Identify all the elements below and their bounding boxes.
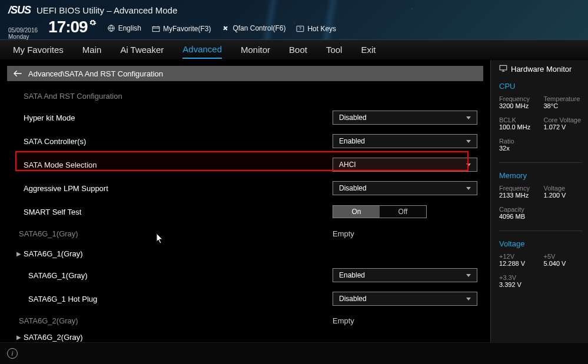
sata6g2-info-label: SATA6G_2(Gray) bbox=[19, 316, 333, 325]
sata6g1-info-label: SATA6G_1(Gray) bbox=[19, 229, 333, 238]
smart-off[interactable]: Off bbox=[380, 206, 426, 218]
v33-label: +3.3V bbox=[499, 274, 544, 281]
bclk-label: BCLK bbox=[499, 116, 544, 123]
cpu-temp-label: Temperature bbox=[544, 95, 589, 102]
satamode-dropdown[interactable]: AHCI bbox=[333, 158, 477, 172]
globe-icon bbox=[107, 24, 115, 32]
myfavorite-button[interactable]: MyFavorite(F3) bbox=[152, 25, 211, 33]
sata6g1-expand-label[interactable]: SATA6G_1(Gray) bbox=[24, 249, 483, 258]
bclk-value: 100.0 MHz bbox=[499, 123, 544, 131]
sata6g1-enable-dropdown[interactable]: Enabled bbox=[333, 268, 477, 282]
smart-on[interactable]: On bbox=[333, 206, 380, 218]
qfan-button[interactable]: Qfan Control(F6) bbox=[221, 24, 285, 32]
hardware-monitor-panel: Hardware Monitor CPU Frequency3200 MHz T… bbox=[491, 60, 588, 342]
smart-label: SMART Self Test bbox=[24, 208, 333, 216]
lpm-dropdown[interactable]: Disabled bbox=[333, 181, 477, 195]
sata6g2-info-value: Empty bbox=[333, 316, 477, 325]
corevolt-value: 1.072 V bbox=[544, 123, 589, 131]
sidebar-title: Hardware Monitor bbox=[511, 65, 572, 74]
cpu-section-title: CPU bbox=[499, 82, 588, 91]
date-text: 05/09/2016 bbox=[8, 27, 38, 34]
breadcrumb-text: Advanced\SATA And RST Configuration bbox=[28, 69, 163, 78]
controller-label: SATA Controller(s) bbox=[24, 137, 333, 146]
fan-icon bbox=[221, 24, 230, 32]
ratio-value: 32x bbox=[499, 145, 544, 152]
gear-icon[interactable] bbox=[89, 19, 97, 28]
expand-icon[interactable]: ▶ bbox=[16, 334, 21, 340]
tab-myfavorites[interactable]: My Favorites bbox=[13, 41, 64, 58]
satamode-label: SATA Mode Selection bbox=[24, 161, 333, 169]
day-text: Monday bbox=[8, 34, 38, 40]
mem-volt-label: Voltage bbox=[544, 185, 589, 192]
brand-logo: /SUS bbox=[8, 4, 31, 16]
sata6g1-hotplug-label: SATA6G_1 Hot Plug bbox=[28, 295, 333, 303]
svg-rect-5 bbox=[500, 65, 507, 70]
mem-freq-label: Frequency bbox=[499, 185, 544, 192]
tab-tool[interactable]: Tool bbox=[326, 41, 343, 58]
controller-dropdown[interactable]: Enabled bbox=[333, 134, 477, 148]
expand-icon[interactable]: ▶ bbox=[16, 251, 21, 257]
mem-cap-value: 4096 MB bbox=[499, 213, 544, 220]
ratio-label: Ratio bbox=[499, 138, 544, 145]
sata6g2-expand-label[interactable]: SATA6G_2(Gray) bbox=[24, 333, 483, 342]
v12-label: +12V bbox=[499, 253, 544, 260]
v33-value: 3.392 V bbox=[499, 281, 544, 288]
tab-boot[interactable]: Boot bbox=[289, 41, 307, 58]
footer-bar: i bbox=[0, 342, 588, 364]
tab-main[interactable]: Main bbox=[82, 41, 102, 58]
cpu-freq-value: 3200 MHz bbox=[499, 102, 544, 109]
help-icon: ? bbox=[296, 25, 304, 32]
date-block: 05/09/2016 Monday bbox=[8, 27, 38, 40]
cpu-temp-value: 38°C bbox=[544, 102, 589, 109]
sata6g1-info-value: Empty bbox=[333, 229, 477, 238]
hyperkit-dropdown[interactable]: Disabled bbox=[333, 111, 477, 125]
svg-text:?: ? bbox=[300, 26, 302, 31]
cpu-freq-label: Frequency bbox=[499, 95, 544, 102]
v12-value: 12.288 V bbox=[499, 260, 544, 267]
v5-label: +5V bbox=[544, 253, 589, 260]
lpm-label: Aggressive LPM Support bbox=[24, 184, 333, 193]
bios-header: /SUS UEFI BIOS Utility – Advanced Mode 0… bbox=[0, 0, 588, 40]
tab-advanced[interactable]: Advanced bbox=[182, 41, 222, 59]
main-panel: Advanced\SATA And RST Configuration SATA… bbox=[0, 60, 490, 342]
sata6g1-hotplug-dropdown[interactable]: Disabled bbox=[333, 292, 477, 306]
info-icon[interactable]: i bbox=[7, 348, 18, 359]
tab-aitweaker[interactable]: Ai Tweaker bbox=[120, 41, 164, 58]
bios-title: UEFI BIOS Utility – Advanced Mode bbox=[36, 5, 177, 15]
corevolt-label: Core Voltage bbox=[544, 116, 589, 123]
svg-point-2 bbox=[225, 28, 227, 29]
voltage-section-title: Voltage bbox=[499, 239, 588, 248]
favorite-icon bbox=[152, 25, 160, 32]
mem-freq-value: 2133 MHz bbox=[499, 192, 544, 199]
v5-value: 5.040 V bbox=[544, 260, 589, 267]
mem-volt-value: 1.200 V bbox=[544, 192, 589, 199]
sata6g1-enable-label: SATA6G_1(Gray) bbox=[28, 271, 333, 280]
tab-monitor[interactable]: Monitor bbox=[241, 41, 270, 58]
svg-rect-1 bbox=[152, 27, 160, 32]
monitor-icon bbox=[499, 65, 507, 74]
smart-toggle[interactable]: On Off bbox=[333, 205, 427, 218]
memory-section-title: Memory bbox=[499, 171, 588, 180]
back-arrow-icon[interactable] bbox=[13, 69, 22, 78]
breadcrumb: Advanced\SATA And RST Configuration bbox=[7, 66, 483, 81]
time-display[interactable]: 17:09 bbox=[48, 18, 97, 36]
mem-cap-label: Capacity bbox=[499, 206, 544, 213]
hotkeys-button[interactable]: ? Hot Keys bbox=[296, 25, 336, 33]
hyperkit-label: Hyper kit Mode bbox=[24, 113, 333, 122]
section-heading: SATA And RST Configuration bbox=[24, 92, 483, 101]
language-selector[interactable]: English bbox=[107, 24, 141, 32]
tab-bar: My Favorites Main Ai Tweaker Advanced Mo… bbox=[0, 40, 588, 60]
tab-exit[interactable]: Exit bbox=[361, 41, 376, 58]
